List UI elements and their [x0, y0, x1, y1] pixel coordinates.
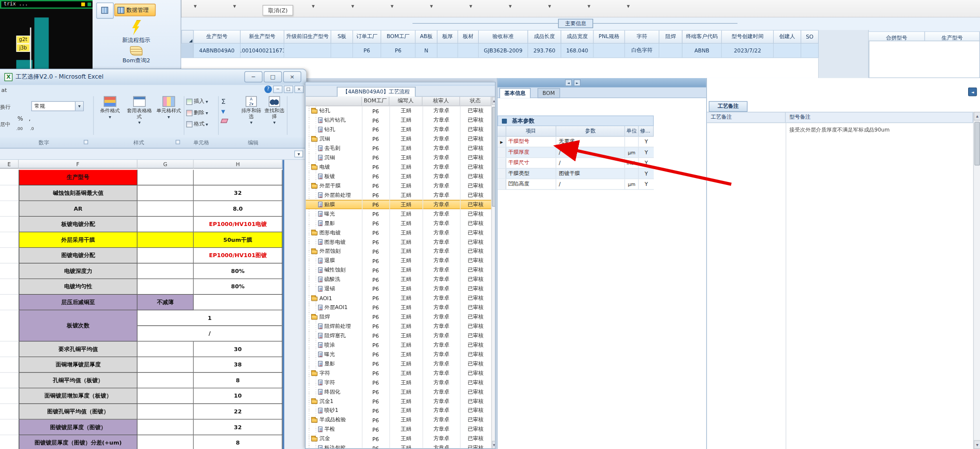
- flow-row[interactable]: 外层AOI1P6王娟方章卓已审核: [305, 303, 491, 312]
- sheet-row[interactable]: 电镀深度力80%: [0, 264, 286, 279]
- menu-dropdown-icon[interactable]: ▼: [312, 4, 315, 8]
- main-table-header-cell[interactable]: SO: [801, 30, 819, 44]
- column-header[interactable]: E: [0, 160, 19, 169]
- sheet-row[interactable]: 图镀孔铜平均值（图镀）22: [0, 404, 286, 420]
- menu-dropdown-icon[interactable]: ▼: [469, 4, 472, 8]
- flow-row[interactable]: 钻孔P6王娟方章卓已审核: [305, 125, 491, 135]
- flow-row[interactable]: 硫酸洗P6王娟方章卓已审核: [305, 275, 491, 284]
- flow-row[interactable]: 退膜P6王娟方章卓已审核: [305, 256, 491, 266]
- main-table-header-cell[interactable]: 型号创建时间: [722, 30, 774, 44]
- sheet-row[interactable]: 面铜增厚镀层厚度38: [0, 357, 286, 373]
- data-management-button[interactable]: 数据管理: [114, 4, 155, 16]
- wrap-text-fragment[interactable]: 换行: [0, 104, 10, 111]
- flow-row[interactable]: 沉铜P6王娟方章卓已审核: [305, 135, 491, 144]
- fill-down-icon[interactable]: ▼: [221, 109, 225, 114]
- main-table-header-cell[interactable]: 板厚: [438, 30, 458, 44]
- flow-row[interactable]: 板边包胶P6王娟方章卓已审核: [305, 444, 491, 449]
- sort-filter-button[interactable]: AZ▾ 排序和筛选 ▼: [240, 96, 262, 125]
- main-table-header-cell[interactable]: 生产型号: [194, 30, 241, 44]
- flow-row[interactable]: 半成品检验P6王娟方章卓已审核: [305, 415, 491, 425]
- menu-dropdown-icon[interactable]: ▼: [627, 4, 630, 8]
- menu-dropdown-icon[interactable]: ▼: [391, 4, 393, 8]
- main-table-header-cell[interactable]: 订单工厂: [353, 30, 381, 44]
- sheet-row[interactable]: 碱蚀蚀刻基铜最大值32: [0, 185, 286, 201]
- comma-style-button[interactable]: ,: [29, 115, 31, 122]
- background-window-titlebar[interactable]: trix ...: [0, 0, 95, 9]
- main-table-header-cell[interactable]: PNL规格: [594, 30, 625, 44]
- flow-bom-factory-header[interactable]: BOM工厂: [362, 97, 390, 106]
- flow-row[interactable]: AOI1P6王娟方章卓已审核: [305, 294, 491, 303]
- param-unit-header[interactable]: 单位: [625, 126, 639, 136]
- flow-name-header[interactable]: [305, 97, 362, 106]
- main-table-header-cell[interactable]: 板材: [458, 30, 479, 44]
- find-select-button[interactable]: 查找和选择 ▼: [263, 96, 286, 125]
- toolbar-mini-button[interactable]: [96, 2, 113, 19]
- merge-center-fragment[interactable]: 居中: [0, 121, 10, 129]
- main-table-header-cell[interactable]: 阻焊: [659, 30, 683, 44]
- tab-bom[interactable]: BOM: [538, 88, 560, 98]
- param-item-header[interactable]: 项目: [506, 126, 556, 136]
- sheet-row[interactable]: 生产型号: [0, 170, 286, 186]
- window-button-icon[interactable]: [88, 2, 92, 6]
- new-flow-button[interactable]: 新流程指示: [105, 20, 167, 44]
- flow-row[interactable]: 贴膜P6王娟方章卓已审核: [305, 200, 491, 209]
- decrease-decimal-button[interactable]: .0: [30, 126, 34, 131]
- workbook-minimize-button[interactable]: ─: [273, 86, 283, 93]
- flow-row[interactable]: 图形电镀P6王娟方章卓已审核: [305, 237, 491, 247]
- sheet-row[interactable]: 图镀镀层厚度（图镀）32: [0, 420, 286, 436]
- flow-row[interactable]: 半检P6王娟方章卓已审核: [305, 425, 491, 434]
- main-table-header-cell[interactable]: 字符: [625, 30, 659, 44]
- param-mod-header[interactable]: 修...: [639, 126, 654, 136]
- collapse-icon[interactable]: ▼: [294, 150, 303, 157]
- flow-row[interactable]: 沉金P6王娟方章卓已审核: [305, 434, 491, 444]
- flow-row[interactable]: 喷涂P6王娟方章卓已审核: [305, 340, 491, 350]
- scroll-up-icon[interactable]: ▲: [492, 97, 496, 105]
- dialog-launcher-icon[interactable]: [176, 140, 180, 144]
- flow-scrollbar[interactable]: ▲ ▼: [491, 97, 496, 449]
- main-table-header-cell[interactable]: BOM工厂: [381, 30, 415, 44]
- select-all-cell[interactable]: ◢: [181, 30, 194, 44]
- flow-row[interactable]: 板镀P6王娟方章卓已审核: [305, 172, 491, 181]
- main-table-row[interactable]: 4ABNB049A010010400211673P6P6NGJB362B-200…: [181, 44, 819, 58]
- delete-cells-button[interactable]: 删除 ▼: [186, 109, 217, 118]
- workbook-close-button[interactable]: ×: [294, 86, 304, 93]
- flow-row[interactable]: 钻孔P6王娟方章卓已审核: [305, 106, 491, 116]
- param-value-header[interactable]: 参数: [556, 126, 625, 136]
- sheet-row[interactable]: 面铜镀层增加厚度（板镀）10: [0, 389, 286, 404]
- param-row[interactable]: 干膜类型图镀干膜Y: [497, 169, 654, 179]
- menu-dropdown-icon[interactable]: ▼: [509, 4, 512, 8]
- nav-left-icon[interactable]: ◄: [565, 79, 572, 86]
- flow-row[interactable]: 铝片钻孔P6王娟方章卓已审核: [305, 116, 491, 125]
- flow-row[interactable]: 外层前处理P6王娟方章卓已审核: [305, 190, 491, 200]
- column-header[interactable]: G: [138, 160, 194, 169]
- sheet-row[interactable]: 层压后减铜至不减薄: [0, 295, 286, 311]
- chevron-down-icon[interactable]: ▼: [75, 102, 83, 111]
- sheet-row[interactable]: 板镀电镀分配EP1000/HV101电镀: [0, 217, 286, 232]
- format-cells-button[interactable]: 格式 ▼: [186, 120, 217, 129]
- flow-row[interactable]: 图形电镀P6王娟方章卓已审核: [305, 228, 491, 237]
- menu-dropdown-icon[interactable]: ▼: [430, 4, 433, 8]
- flow-row[interactable]: 阻焊塞孔P6王娟方章卓已审核: [305, 331, 491, 340]
- column-header[interactable]: H: [194, 160, 282, 169]
- clear-icon[interactable]: [220, 119, 228, 123]
- maximize-button[interactable]: □: [264, 71, 282, 83]
- main-table-header-cell[interactable]: 创建人: [774, 30, 801, 44]
- flow-row[interactable]: 碱性蚀刻P6王娟方章卓已审核: [305, 266, 491, 275]
- autosum-button[interactable]: Σ: [221, 97, 226, 105]
- sheet-row[interactable]: 孔铜平均值（板镀）8: [0, 373, 286, 389]
- model-notes-header[interactable]: 型号备注: [785, 112, 973, 122]
- main-table-header-cell[interactable]: 验收标准: [479, 30, 528, 44]
- scrollbar-thumb[interactable]: [492, 107, 496, 207]
- workbook-restore-button[interactable]: □: [284, 86, 293, 93]
- close-button[interactable]: ×: [283, 71, 301, 83]
- dialog-launcher-icon[interactable]: [84, 140, 88, 144]
- sheet-row[interactable]: 电镀均匀性80%: [0, 279, 286, 295]
- column-header[interactable]: F: [19, 160, 138, 169]
- sheet-row[interactable]: 外层采用干膜50um干膜: [0, 232, 286, 248]
- cell-styles-button[interactable]: 单元格样式 ▼: [154, 96, 183, 119]
- row-selector-cell[interactable]: [181, 44, 194, 58]
- flow-tab[interactable]: 【4ABNB049A0】工艺流程: [337, 87, 416, 97]
- window-button-icon[interactable]: [81, 2, 85, 6]
- flow-row[interactable]: 字符P6王娟方章卓已审核: [305, 368, 491, 378]
- flow-row[interactable]: 曝光P6王娟方章卓已审核: [305, 350, 491, 359]
